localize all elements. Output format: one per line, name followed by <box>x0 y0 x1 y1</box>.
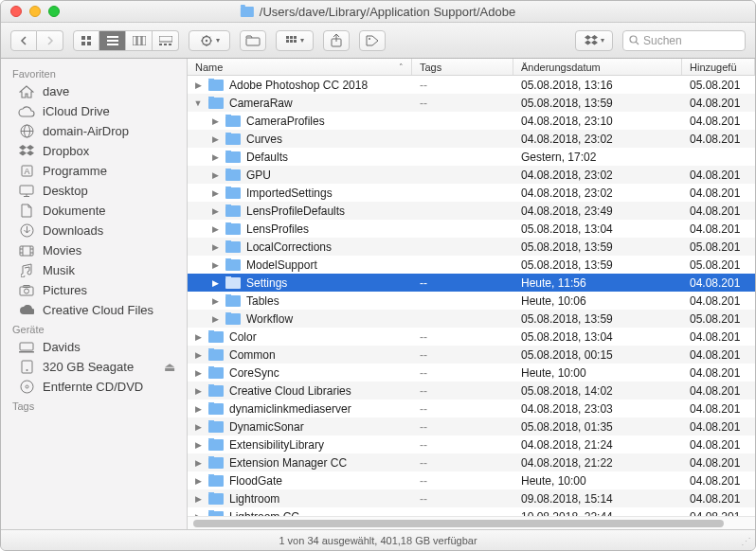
sidebar-item-320-gb-seagate[interactable]: 320 GB Seagate⏏ <box>1 357 187 377</box>
file-row[interactable]: ▶Settings--Heute, 11:5604.08.201 <box>188 274 755 292</box>
dropbox-icon <box>18 145 35 157</box>
file-row[interactable]: ▶CoreSync--Heute, 10:0004.08.201 <box>188 364 755 382</box>
eject-icon[interactable]: ⏏ <box>164 360 175 374</box>
disclosure-right-icon[interactable]: ▶ <box>210 260 220 270</box>
traffic-lights <box>1 6 60 17</box>
apps-icon: A <box>18 164 35 178</box>
disclosure-right-icon[interactable]: ▶ <box>210 296 220 306</box>
disclosure-right-icon[interactable]: ▶ <box>210 188 220 198</box>
sidebar-item-domain-airdrop[interactable]: domain-AirDrop <box>1 121 187 141</box>
disclosure-right-icon[interactable]: ▶ <box>193 440 203 450</box>
column-view-button[interactable] <box>126 30 153 51</box>
file-row[interactable]: ▶LocalCorrections05.08.2018, 13:5905.08.… <box>188 238 755 256</box>
file-row[interactable]: ▶Workflow05.08.2018, 13:5905.08.201 <box>188 310 755 328</box>
group-button[interactable]: ▾ <box>276 30 314 51</box>
close-button[interactable] <box>10 6 22 17</box>
minimize-button[interactable] <box>29 6 41 17</box>
file-added: 04.08.201 <box>682 133 755 146</box>
file-name: Adobe Photoshop CC 2018 <box>229 79 368 92</box>
gallery-view-button[interactable] <box>153 30 179 51</box>
sidebar-item-programme[interactable]: AProgramme <box>1 161 187 181</box>
sidebar-item-dave[interactable]: dave <box>1 81 187 101</box>
disclosure-right-icon[interactable]: ▶ <box>210 278 220 288</box>
sidebar-item-creative-cloud-files[interactable]: Creative Cloud Files <box>1 300 187 320</box>
disclosure-right-icon[interactable]: ▶ <box>193 404 203 414</box>
file-row[interactable]: ▶TablesHeute, 10:0604.08.201 <box>188 292 755 310</box>
disclosure-right-icon[interactable]: ▶ <box>193 368 203 378</box>
sidebar-item-icloud-drive[interactable]: iCloud Drive <box>1 101 187 121</box>
disclosure-right-icon[interactable]: ▶ <box>210 224 220 234</box>
column-tags[interactable]: Tags <box>412 59 513 75</box>
disclosure-right-icon[interactable]: ▶ <box>193 386 203 396</box>
disclosure-right-icon[interactable]: ▶ <box>193 350 203 360</box>
file-row[interactable]: ▶Common--05.08.2018, 00:1504.08.201 <box>188 346 755 364</box>
file-row[interactable]: ▶LensProfileDefaults04.08.2018, 23:4904.… <box>188 202 755 220</box>
disclosure-right-icon[interactable]: ▶ <box>210 206 220 216</box>
horizontal-scrollbar[interactable] <box>188 516 755 529</box>
sidebar-item-movies[interactable]: Movies <box>1 240 187 260</box>
file-row[interactable]: ▶LensProfiles05.08.2018, 13:0404.08.201 <box>188 220 755 238</box>
disclosure-right-icon[interactable]: ▶ <box>193 422 203 432</box>
sidebar-item-dropbox[interactable]: Dropbox <box>1 141 187 161</box>
file-row[interactable]: ▶Color--05.08.2018, 13:0404.08.201 <box>188 328 755 346</box>
file-tags: -- <box>412 420 513 434</box>
search-field[interactable]: Suchen <box>622 30 746 51</box>
file-row[interactable]: ▶Lightroom CC--10.08.2018, 22:4404.08.20… <box>188 507 755 516</box>
list-view-button[interactable] <box>99 30 126 51</box>
scroll-thumb[interactable] <box>193 520 724 527</box>
file-name: GPU <box>246 169 271 182</box>
disclosure-down-icon[interactable]: ▼ <box>193 98 203 108</box>
disclosure-right-icon[interactable]: ▶ <box>193 476 203 486</box>
disclosure-right-icon[interactable]: ▶ <box>210 314 220 324</box>
sidebar-item-davids[interactable]: Davids <box>1 337 187 357</box>
file-row[interactable]: ▶Adobe Photoshop CC 2018--05.08.2018, 13… <box>188 76 755 94</box>
column-added[interactable]: Hinzugefü <box>682 59 755 75</box>
file-row[interactable]: ▶Lightroom--09.08.2018, 15:1404.08.201 <box>188 489 755 507</box>
folder-icon <box>208 457 224 469</box>
tags-button[interactable] <box>359 30 386 51</box>
disclosure-right-icon[interactable]: ▶ <box>193 332 203 342</box>
disclosure-right-icon[interactable]: ▶ <box>210 134 220 144</box>
sidebar-item-dokumente[interactable]: Dokumente <box>1 201 187 221</box>
file-row[interactable]: ▶ExtensibilityLibrary--04.08.2018, 21:24… <box>188 435 755 453</box>
sidebar-item-musik[interactable]: Musik <box>1 260 187 280</box>
arrange-button[interactable]: ▾ <box>189 30 230 51</box>
file-row[interactable]: ▶CameraProfiles04.08.2018, 23:1004.08.20… <box>188 112 755 130</box>
disclosure-right-icon[interactable]: ▶ <box>210 152 220 162</box>
sidebar-item-entfernte-cd/dvd[interactable]: Entfernte CD/DVD <box>1 377 187 397</box>
file-row[interactable]: ▶Curves04.08.2018, 23:0204.08.201 <box>188 130 755 148</box>
forward-button[interactable] <box>37 30 63 51</box>
back-button[interactable] <box>10 30 37 51</box>
file-row[interactable]: ▼CameraRaw--05.08.2018, 13:5904.08.201 <box>188 94 755 112</box>
file-row[interactable]: ▶ImportedSettings04.08.2018, 23:0204.08.… <box>188 184 755 202</box>
column-name[interactable]: Name˄ <box>188 59 412 75</box>
new-folder-button[interactable] <box>240 30 266 51</box>
dropbox-button[interactable]: ▾ <box>575 30 613 51</box>
icon-view-button[interactable] <box>73 30 99 51</box>
sidebar-item-desktop[interactable]: Desktop <box>1 181 187 201</box>
svg-rect-16 <box>246 38 260 45</box>
file-row[interactable]: ▶FloodGate--Heute, 10:0004.08.201 <box>188 471 755 489</box>
column-date[interactable]: Änderungsdatum <box>513 59 682 75</box>
disclosure-right-icon[interactable]: ▶ <box>210 116 220 126</box>
disclosure-right-icon[interactable]: ▶ <box>193 80 203 90</box>
disclosure-right-icon[interactable]: ▶ <box>193 458 203 468</box>
file-row[interactable]: ▶Extension Manager CC--04.08.2018, 21:22… <box>188 453 755 471</box>
sidebar-item-downloads[interactable]: Downloads <box>1 221 187 240</box>
disclosure-right-icon[interactable]: ▶ <box>210 242 220 252</box>
file-tags: -- <box>412 276 513 290</box>
file-row[interactable]: ▶dynamiclinkmediaserver--04.08.2018, 23:… <box>188 400 755 418</box>
share-button[interactable] <box>323 30 350 51</box>
resize-grip-icon[interactable]: ⋰ <box>741 536 751 548</box>
file-row[interactable]: ▶ModelSupport05.08.2018, 13:5905.08.201 <box>188 256 755 274</box>
file-row[interactable]: ▶Creative Cloud Libraries--05.08.2018, 1… <box>188 382 755 400</box>
sidebar-item-pictures[interactable]: Pictures <box>1 280 187 300</box>
sort-indicator-icon: ˄ <box>399 62 404 72</box>
zoom-button[interactable] <box>48 6 60 17</box>
file-row[interactable]: ▶DynamicSonar--05.08.2018, 01:3504.08.20… <box>188 418 755 435</box>
file-row[interactable]: ▶DefaultsGestern, 17:02 <box>188 148 755 166</box>
desktop-icon <box>18 185 35 197</box>
file-row[interactable]: ▶GPU04.08.2018, 23:0204.08.201 <box>188 166 755 184</box>
disclosure-right-icon[interactable]: ▶ <box>193 494 203 504</box>
disclosure-right-icon[interactable]: ▶ <box>210 170 220 180</box>
